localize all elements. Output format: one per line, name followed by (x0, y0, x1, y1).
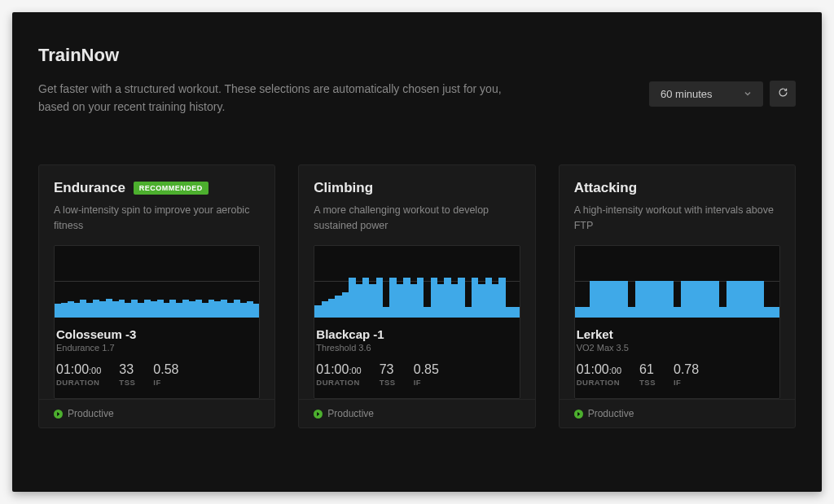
stat-value: 73 (380, 362, 396, 377)
card-footer: Productive (299, 399, 534, 427)
workout-chart: Lerket VO2 Max 3.5 01:00:00 DURATION 61 … (574, 245, 780, 399)
category-title: Climbing (314, 180, 373, 196)
stat-tss: 33 TSS (119, 362, 135, 387)
productive-icon (314, 410, 323, 419)
workout-type: Threshold 3.6 (316, 343, 517, 353)
stat-value: 0.78 (674, 362, 699, 377)
workout-type: Endurance 1.7 (56, 343, 257, 353)
workout-info: Lerket VO2 Max 3.5 01:00:00 DURATION 61 … (575, 318, 779, 398)
workout-chart: Colosseum -3 Endurance 1.7 01:00:00 DURA… (54, 245, 260, 399)
workout-card[interactable]: Climbing A more challenging workout to d… (298, 164, 535, 428)
productive-icon (54, 410, 63, 419)
card-header: Attacking (574, 180, 780, 196)
stats-row: 01:00:00 DURATION 73 TSS 0.85 IF (316, 362, 517, 398)
stat-value: 33 (119, 362, 135, 377)
stat-label: IF (153, 378, 178, 387)
duration-selected-value: 60 minutes (661, 88, 713, 100)
stats-row: 01:00:00 DURATION 33 TSS 0.58 IF (56, 362, 257, 398)
refresh-button[interactable] (770, 81, 796, 107)
category-description: A more challenging workout to develop su… (314, 203, 520, 234)
stat-value: 01:00:00 (56, 362, 101, 377)
category-description: A low-intensity spin to improve your aer… (54, 203, 260, 234)
stat-value: 0.58 (153, 362, 178, 377)
stat-duration: 01:00:00 DURATION (577, 362, 621, 387)
stat-if: 0.78 IF (674, 362, 699, 387)
category-description: A high-intensity workout with intervals … (574, 203, 780, 234)
workout-chart: Blackcap -1 Threshold 3.6 01:00:00 DURAT… (314, 245, 520, 399)
workout-card[interactable]: Endurance RECOMMENDED A low-intensity sp… (38, 164, 275, 428)
category-title: Endurance (54, 180, 125, 196)
productive-label: Productive (588, 408, 634, 419)
card-footer: Productive (560, 399, 795, 427)
stat-label: TSS (639, 378, 656, 387)
page-title: TrainNow (38, 45, 511, 66)
stat-label: DURATION (56, 378, 101, 387)
stat-label: TSS (119, 378, 135, 387)
header-controls: 60 minutes (649, 81, 796, 107)
header-row: TrainNow Get faster with a structured wo… (38, 45, 796, 116)
workout-name: Colosseum -3 (56, 327, 257, 341)
chevron-down-icon (744, 88, 752, 100)
card-footer: Productive (39, 399, 274, 427)
card-header: Climbing (314, 180, 520, 196)
stat-duration: 01:00:00 DURATION (56, 362, 101, 387)
workout-card[interactable]: Attacking A high-intensity workout with … (559, 164, 796, 428)
productive-icon (574, 410, 583, 419)
stat-value: 0.85 (414, 362, 439, 377)
workout-info: Blackcap -1 Threshold 3.6 01:00:00 DURAT… (314, 318, 519, 398)
stat-tss: 73 TSS (380, 362, 396, 387)
workout-name: Blackcap -1 (316, 327, 517, 341)
card-header: Endurance RECOMMENDED (54, 180, 260, 196)
stat-label: DURATION (577, 378, 621, 387)
stat-duration: 01:00:00 DURATION (316, 362, 361, 387)
stat-value: 61 (639, 362, 656, 377)
category-title: Attacking (574, 180, 637, 196)
stat-value: 01:00:00 (316, 362, 361, 377)
duration-select[interactable]: 60 minutes (649, 81, 763, 107)
cards-row: Endurance RECOMMENDED A low-intensity sp… (38, 164, 796, 428)
stat-if: 0.58 IF (153, 362, 178, 387)
workout-info: Colosseum -3 Endurance 1.7 01:00:00 DURA… (55, 318, 259, 398)
trainnow-panel: TrainNow Get faster with a structured wo… (12, 12, 822, 492)
stats-row: 01:00:00 DURATION 61 TSS 0.78 IF (577, 362, 778, 398)
productive-label: Productive (68, 408, 114, 419)
stat-tss: 61 TSS (639, 362, 656, 387)
stat-value: 01:00:00 (577, 362, 621, 377)
header-left: TrainNow Get faster with a structured wo… (38, 45, 511, 116)
recommended-badge: RECOMMENDED (134, 182, 208, 195)
stat-label: DURATION (316, 378, 361, 387)
page-description: Get faster with a structured workout. Th… (38, 81, 511, 116)
stat-label: IF (674, 378, 699, 387)
stat-label: TSS (380, 378, 396, 387)
workout-name: Lerket (577, 327, 778, 341)
productive-label: Productive (327, 408, 374, 419)
workout-type: VO2 Max 3.5 (577, 343, 778, 353)
stat-label: IF (414, 378, 439, 387)
stat-if: 0.85 IF (414, 362, 439, 387)
refresh-icon (778, 87, 788, 100)
